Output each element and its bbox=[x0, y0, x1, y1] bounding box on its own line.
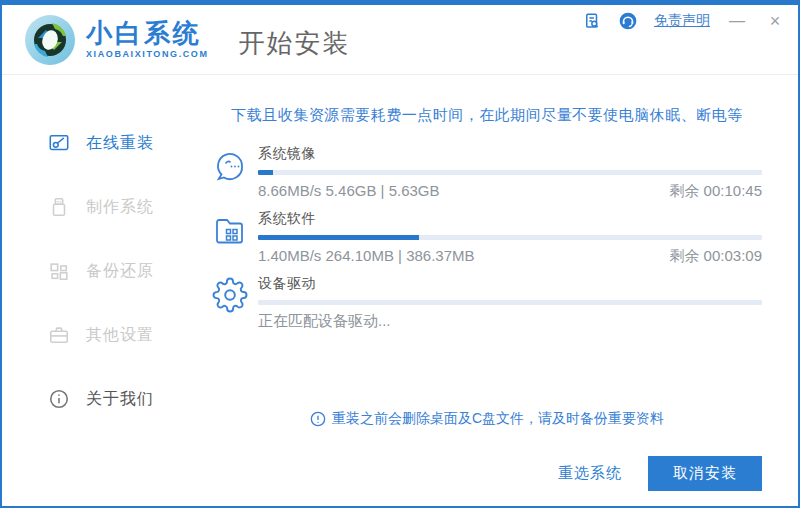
sidebar-item-online-reinstall[interactable]: 在线重装 bbox=[2, 111, 190, 175]
usb-drive-icon bbox=[48, 196, 70, 218]
mascot-face-icon bbox=[212, 145, 258, 201]
task-remaining: 剩余 00:03:09 bbox=[669, 247, 762, 266]
sidebar-item-make-system[interactable]: 制作系统 bbox=[2, 175, 190, 239]
disclaimer-link[interactable]: 免责声明 bbox=[654, 12, 710, 30]
folder-apps-icon bbox=[212, 210, 258, 266]
logo-subtitle: XIAOBAIXITONG.COM bbox=[86, 50, 209, 60]
task-row-system-software: 系统软件 1.40MB/s 264.10MB | 386.37MB 剩余 00:… bbox=[212, 210, 762, 266]
titlebar-controls: 免责声明 — × bbox=[582, 9, 786, 33]
task-row-system-image: 系统镜像 8.66MB/s 5.46GB | 5.63GB 剩余 00:10:4… bbox=[212, 145, 762, 201]
sidebar-item-other-settings[interactable]: 其他设置 bbox=[2, 303, 190, 367]
backup-notice: 重装之前会删除桌面及C盘文件，请及时备份重要资料 bbox=[212, 410, 762, 428]
footer-actions: 重选系统 取消安装 bbox=[212, 456, 762, 506]
backup-blocks-icon bbox=[48, 260, 70, 282]
progress-bar-system-image bbox=[258, 170, 762, 175]
sidebar-item-label: 制作系统 bbox=[86, 197, 154, 218]
cancel-install-button[interactable]: 取消安装 bbox=[648, 456, 762, 491]
info-circle-icon bbox=[48, 388, 70, 410]
app-window: 免责声明 — × 小白系统 XIAOBAIXITONG bbox=[0, 0, 800, 508]
alert-circle-icon bbox=[310, 411, 326, 427]
sidebar-item-about-us[interactable]: 关于我们 bbox=[2, 367, 190, 431]
progress-bar-device-driver bbox=[258, 300, 762, 305]
sidebar: 在线重装 制作系统 bbox=[2, 75, 190, 506]
task-stats: 1.40MB/s 264.10MB | 386.37MB bbox=[258, 247, 475, 266]
task-row-device-driver: 设备驱动 正在匹配设备驱动... bbox=[212, 275, 762, 331]
task-title: 系统软件 bbox=[258, 210, 762, 228]
monitor-reinstall-icon bbox=[48, 132, 70, 154]
task-status: 正在匹配设备驱动... bbox=[258, 312, 391, 331]
backup-notice-text: 重装之前会删除桌面及C盘文件，请及时备份重要资料 bbox=[332, 410, 664, 428]
progress-fill bbox=[258, 235, 419, 240]
task-title: 系统镜像 bbox=[258, 145, 762, 163]
close-button[interactable]: × bbox=[764, 11, 786, 31]
support-headset-icon[interactable] bbox=[618, 11, 638, 31]
sidebar-item-backup-restore[interactable]: 备份还原 bbox=[2, 239, 190, 303]
download-warning-text: 下载且收集资源需要耗费一点时间，在此期间尽量不要使电脑休眠、断电等 bbox=[212, 106, 762, 125]
progress-bar-system-software bbox=[258, 235, 762, 240]
sidebar-item-label: 关于我们 bbox=[86, 389, 154, 410]
task-remaining: 剩余 00:10:45 bbox=[669, 182, 762, 201]
main-panel: 下载且收集资源需要耗费一点时间，在此期间尽量不要使电脑休眠、断电等 系统镜像 bbox=[190, 75, 798, 506]
gear-icon bbox=[212, 275, 258, 331]
sidebar-item-label: 其他设置 bbox=[86, 325, 154, 346]
minimize-button[interactable]: — bbox=[726, 11, 748, 31]
task-stats: 8.66MB/s 5.46GB | 5.63GB bbox=[258, 182, 440, 201]
task-title: 设备驱动 bbox=[258, 275, 762, 293]
sidebar-item-label: 备份还原 bbox=[86, 261, 154, 282]
progress-fill bbox=[258, 170, 273, 175]
reselect-system-button[interactable]: 重选系统 bbox=[558, 464, 622, 483]
logo-title: 小白系统 bbox=[86, 19, 209, 48]
sidebar-item-label: 在线重装 bbox=[86, 133, 154, 154]
toolbox-icon bbox=[48, 324, 70, 346]
logo-text: 小白系统 XIAOBAIXITONG.COM bbox=[86, 19, 209, 60]
document-log-icon[interactable] bbox=[582, 11, 602, 31]
logo-icon bbox=[24, 14, 76, 66]
page-title: 开始安装 bbox=[239, 26, 351, 61]
app-logo: 小白系统 XIAOBAIXITONG.COM bbox=[24, 14, 209, 66]
